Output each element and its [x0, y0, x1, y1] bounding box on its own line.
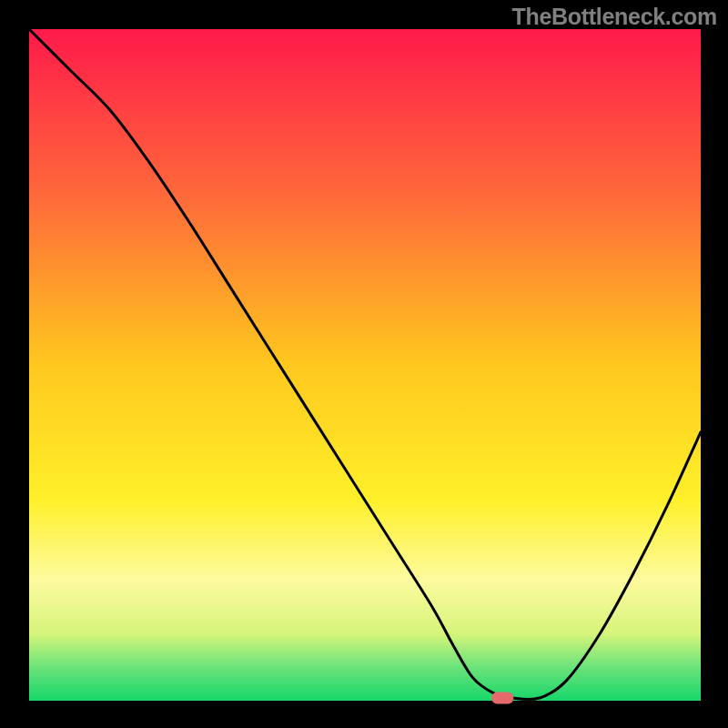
chart-frame: TheBottleneck.com	[0, 0, 728, 728]
optimal-marker	[491, 693, 513, 704]
plot-background	[29, 29, 701, 701]
watermark-text: TheBottleneck.com	[511, 4, 717, 30]
bottleneck-chart	[0, 0, 728, 728]
